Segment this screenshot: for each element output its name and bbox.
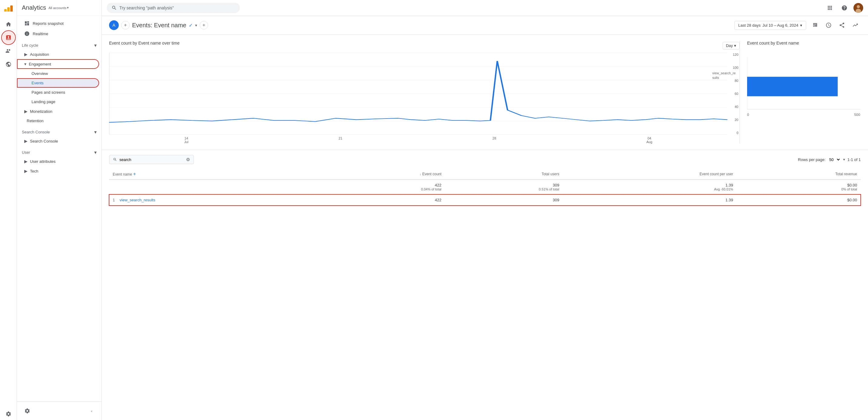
sidebar-header: Analytics All accounts ▾ (17, 0, 101, 16)
sidebar-item-tech[interactable]: ▶ Tech (17, 166, 99, 176)
col-event-name[interactable]: Event name + (109, 169, 321, 179)
row-event-count-cell: 422 (321, 194, 445, 205)
col-event-count-per-user[interactable]: Event count per user (563, 169, 737, 179)
sidebar-item-landing-page[interactable]: Landing page (17, 97, 99, 107)
settings-cog-icon (24, 408, 30, 414)
y-label-60: 60 (735, 92, 738, 95)
search-console-chevron-icon: ▾ (94, 129, 97, 135)
add-comparison-button[interactable]: + (200, 21, 208, 29)
summary-event-count-cell: 422 0.04% of total (321, 179, 445, 194)
insights-icon-button[interactable] (823, 20, 834, 31)
topbar-right (825, 2, 863, 13)
tech-chevron-icon: ▶ (24, 169, 28, 173)
clear-search-icon[interactable] (186, 157, 190, 162)
share-icon-button[interactable] (836, 20, 847, 31)
sort-down-icon: ↓ (420, 172, 421, 176)
y-label-40: 40 (735, 105, 738, 109)
sidebar-item-retention[interactable]: Retention (17, 116, 99, 125)
row-total-users-cell: 309 (445, 194, 563, 205)
user-attributes-chevron-icon: ▶ (24, 159, 28, 164)
sidebar-item-monetization[interactable]: ▶ Monetization (17, 107, 99, 116)
insights-icon (826, 22, 832, 28)
acquisition-chevron-icon: ▶ (24, 52, 28, 57)
summary-event-name-cell (109, 179, 321, 194)
reports-icon[interactable] (2, 31, 14, 44)
date-range-selector[interactable]: Last 28 days Jul 10 – Aug 6, 2024 ▾ (734, 21, 806, 30)
day-chevron-icon: ▾ (734, 44, 736, 48)
settings-button[interactable] (22, 405, 33, 416)
sidebar-item-reports-snapshot[interactable]: Reports snapshot (17, 18, 99, 28)
col-total-users[interactable]: Total users (445, 169, 563, 179)
sidebar-item-events[interactable]: Events (17, 78, 99, 88)
sidebar-footer: ‹ (17, 401, 101, 420)
x-label-21: 21 (339, 137, 342, 144)
events-table: Event name + ↓ Event count Total users E… (109, 169, 861, 205)
bar-label: view_search_results (712, 71, 736, 80)
monetization-chevron-icon: ▶ (24, 109, 28, 114)
comparison-icon-button[interactable] (810, 20, 821, 31)
apps-icon-button[interactable] (825, 2, 835, 13)
add-report-button[interactable]: + (121, 21, 130, 29)
all-accounts[interactable]: All accounts ▾ (49, 6, 69, 10)
logo-area (2, 2, 14, 15)
icon-rail (0, 0, 17, 420)
svg-point-1 (857, 5, 860, 8)
ga-logo (4, 5, 13, 11)
y-label-100: 100 (733, 66, 738, 69)
sidebar-item-engagement[interactable]: ▾ Engagement (17, 59, 99, 69)
day-selector[interactable]: Day ▾ (722, 42, 740, 50)
user-section-header: User ▾ (17, 146, 101, 157)
logo-bar2 (7, 7, 10, 11)
share-icon (839, 22, 845, 28)
home-icon[interactable] (2, 18, 14, 30)
topbar: Try searching "path analysis" (102, 0, 868, 16)
charts-section: Event count by Event name over time Day … (102, 34, 868, 150)
rows-per-page-select[interactable]: 50 100 200 (828, 157, 841, 162)
col-total-revenue[interactable]: Total revenue (737, 169, 861, 179)
sidebar-item-pages-and-screens[interactable]: Pages and screens (17, 88, 99, 97)
table-search-input[interactable] (109, 155, 194, 164)
sidebar-item-acquisition[interactable]: ▶ Acquisition (17, 50, 99, 59)
bar-chart-svg: 0 500 (747, 50, 861, 129)
line-chart-svg (109, 53, 727, 135)
settings-icon[interactable] (2, 408, 14, 420)
search-box[interactable]: Try searching "path analysis" (106, 3, 240, 13)
x-label-14-jul: 14 Jul (184, 137, 188, 144)
main-content: Try searching "path analysis" A + Events… (102, 0, 868, 420)
summary-revenue-cell: $0.00 0% of total (737, 179, 861, 194)
sidebar-item-overview[interactable]: Overview (17, 69, 99, 78)
bar-chart-container: 0 500 view_search_results (747, 50, 861, 129)
add-column-button[interactable]: + (133, 171, 136, 176)
lifecycle-chevron-icon: ▾ (94, 43, 97, 48)
sidebar-item-user-attributes[interactable]: ▶ User attributes (17, 157, 99, 166)
audience-icon[interactable] (2, 45, 14, 57)
apps-icon (827, 5, 833, 11)
bar-chart-section: Event count by Event name 0 500 (740, 40, 861, 144)
search-icon (112, 5, 117, 10)
explore-icon[interactable] (2, 58, 14, 71)
help-icon-button[interactable] (839, 2, 850, 13)
user-avatar[interactable] (854, 3, 863, 13)
snapshot-icon (24, 21, 30, 26)
row-rank-cell: 1 view_search_results (109, 194, 321, 205)
x-axis: 14 Jul 21 28 04 Aug (109, 135, 727, 144)
table-toolbar: Rows per page: 50 100 200 ▾ 1-1 of 1 (109, 155, 861, 164)
trending-icon-button[interactable] (850, 20, 861, 31)
search-console-section-header: Search Console ▾ (17, 125, 101, 136)
date-chevron-icon: ▾ (800, 23, 802, 28)
y-label-20: 20 (735, 118, 738, 121)
event-name-link[interactable]: view_search_results (120, 198, 155, 202)
col-event-count[interactable]: ↓ Event count (321, 169, 445, 179)
collapse-button[interactable]: ‹ (87, 406, 97, 416)
sidebar: Analytics All accounts ▾ Reports snapsho… (17, 0, 102, 420)
y-axis: 120 100 80 60 40 20 0 (728, 53, 740, 135)
sidebar-item-search-console[interactable]: ▶ Search Console (17, 136, 99, 146)
title-dropdown-button[interactable]: ▾ (195, 23, 197, 28)
sidebar-item-realtime[interactable]: Realtime (17, 28, 99, 39)
search-text-input[interactable] (119, 158, 183, 162)
svg-text:500: 500 (855, 112, 861, 116)
user-chevron-icon: ▾ (94, 149, 97, 155)
summary-per-user-cell: 1.39 Avg -93.01% (563, 179, 737, 194)
search-console-expand-icon: ▶ (24, 139, 28, 143)
summary-total-users-cell: 309 0.51% of total (445, 179, 563, 194)
